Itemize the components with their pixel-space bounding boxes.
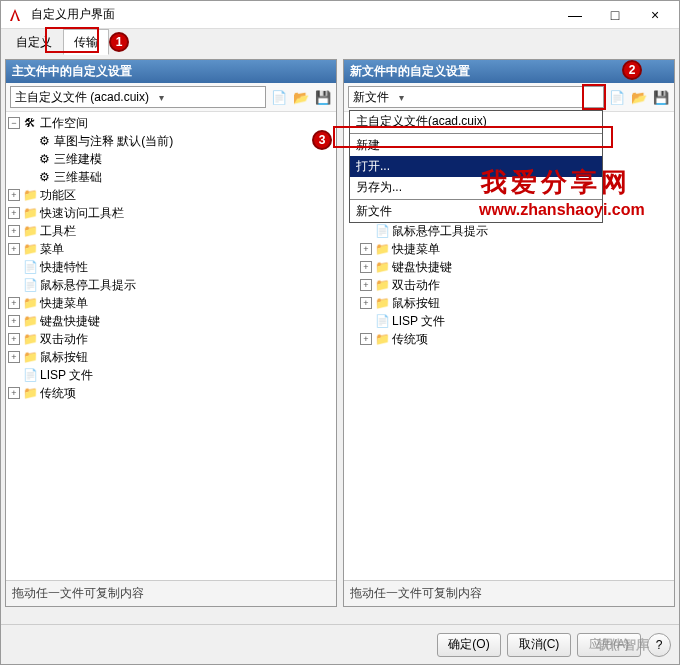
left-tree[interactable]: −🛠工作空间⚙草图与注释 默认(当前)⚙三维建模⚙三维基础+📁功能区+📁快速访问… xyxy=(6,112,336,580)
dropdown-item[interactable]: 另存为... xyxy=(350,177,602,198)
tree-node[interactable]: +📁双击动作 xyxy=(346,276,672,294)
tree-node[interactable]: +📁双击动作 xyxy=(8,330,334,348)
dropdown-item[interactable]: 新建 xyxy=(350,133,602,156)
node-label: 传统项 xyxy=(40,385,76,402)
collapse-icon[interactable]: − xyxy=(8,117,20,129)
cancel-button[interactable]: 取消(C) xyxy=(507,633,571,657)
tree-node[interactable]: 📄鼠标悬停工具提示 xyxy=(346,222,672,240)
node-label: 草图与注释 默认(当前) xyxy=(54,133,173,150)
node-icon: 📁 xyxy=(22,187,38,203)
node-icon: ⚙ xyxy=(36,169,52,185)
tab-bar: 自定义 传输 1 xyxy=(1,29,679,55)
expand-icon[interactable]: + xyxy=(8,333,20,345)
tree-node[interactable]: +📁工具栏 xyxy=(8,222,334,240)
expand-icon[interactable]: + xyxy=(8,189,20,201)
tree-node[interactable]: +📁快速访问工具栏 xyxy=(8,204,334,222)
app-icon xyxy=(5,5,25,25)
combo-dropdown[interactable]: 主自定义文件(acad.cuix)新建打开...另存为...新文件 xyxy=(349,110,603,223)
node-icon: 📁 xyxy=(22,205,38,221)
node-icon: 📁 xyxy=(22,223,38,239)
bottom-bar: 确定(O) 取消(C) 应用(A) ? xyxy=(1,624,679,664)
annotation-marker-2: 2 xyxy=(622,60,642,80)
node-icon: 🛠 xyxy=(22,115,38,131)
node-icon: 📁 xyxy=(22,349,38,365)
expand-icon[interactable]: + xyxy=(8,225,20,237)
tree-node[interactable]: +📁传统项 xyxy=(346,330,672,348)
tree-node[interactable]: +📁传统项 xyxy=(8,384,334,402)
left-file-combo[interactable]: 主自定义文件 (acad.cuix) ▾ xyxy=(10,86,266,108)
node-label: 双击动作 xyxy=(392,277,440,294)
left-panel: 主文件中的自定义设置 主自定义文件 (acad.cuix) ▾ 📄 📂 💾 −🛠… xyxy=(5,59,337,607)
annotation-marker-1: 1 xyxy=(109,32,129,52)
node-icon: 📁 xyxy=(374,277,390,293)
maximize-button[interactable]: □ xyxy=(595,1,635,29)
right-panel-title: 新文件中的自定义设置 xyxy=(350,64,470,78)
tree-node[interactable]: +📁键盘快捷键 xyxy=(346,258,672,276)
right-footer: 拖动任一文件可复制内容 xyxy=(344,580,674,606)
new-file-icon[interactable]: 📄 xyxy=(270,88,288,106)
expand-icon[interactable]: + xyxy=(360,297,372,309)
expand-icon[interactable]: + xyxy=(8,207,20,219)
help-button[interactable]: ? xyxy=(647,633,671,657)
expand-icon[interactable]: + xyxy=(8,297,20,309)
tree-node[interactable]: 📄LISP 文件 xyxy=(346,312,672,330)
tree-node[interactable]: +📁菜单 xyxy=(8,240,334,258)
tree-node[interactable]: +📁快捷菜单 xyxy=(8,294,334,312)
node-label: 键盘快捷键 xyxy=(40,313,100,330)
new-file-icon[interactable]: 📄 xyxy=(608,88,626,106)
dropdown-item[interactable]: 主自定义文件(acad.cuix) xyxy=(350,111,602,132)
tree-node[interactable]: −🛠工作空间 xyxy=(8,114,334,132)
node-icon: 📁 xyxy=(22,385,38,401)
right-panel: 新文件中的自定义设置 2 新文件 ▾ 主自定义文件(acad.cuix)新建打开… xyxy=(343,59,675,607)
node-icon: 📄 xyxy=(374,223,390,239)
expand-icon[interactable]: + xyxy=(360,243,372,255)
left-combo-value: 主自定义文件 (acad.cuix) xyxy=(15,89,149,106)
node-icon: 📁 xyxy=(22,241,38,257)
close-button[interactable]: × xyxy=(635,1,675,29)
annotation-box-2 xyxy=(582,84,606,110)
dropdown-item[interactable]: 新文件 xyxy=(350,199,602,222)
tree-node[interactable]: 📄鼠标悬停工具提示 xyxy=(8,276,334,294)
tree-node[interactable]: +📁快捷菜单 xyxy=(346,240,672,258)
tree-node[interactable]: ⚙草图与注释 默认(当前) xyxy=(8,132,334,150)
node-label: 鼠标按钮 xyxy=(40,349,88,366)
dropdown-item[interactable]: 打开... xyxy=(350,156,602,177)
tree-node[interactable]: ⚙三维基础 xyxy=(8,168,334,186)
right-combo-value: 新文件 xyxy=(353,89,389,106)
save-icon[interactable]: 💾 xyxy=(652,88,670,106)
ok-button[interactable]: 确定(O) xyxy=(437,633,501,657)
panels-container: 主文件中的自定义设置 主自定义文件 (acad.cuix) ▾ 📄 📂 💾 −🛠… xyxy=(1,55,679,611)
node-icon: 📁 xyxy=(22,313,38,329)
chevron-down-icon[interactable]: ▾ xyxy=(153,87,169,107)
right-file-combo[interactable]: 新文件 ▾ 主自定义文件(acad.cuix)新建打开...另存为...新文件 xyxy=(348,86,604,108)
node-label: 快捷菜单 xyxy=(40,295,88,312)
expand-icon[interactable]: + xyxy=(360,279,372,291)
node-label: 三维基础 xyxy=(54,169,102,186)
tree-node[interactable]: +📁鼠标按钮 xyxy=(346,294,672,312)
expand-icon[interactable]: + xyxy=(360,333,372,345)
node-icon: 📁 xyxy=(374,295,390,311)
expand-icon[interactable]: + xyxy=(8,351,20,363)
save-icon[interactable]: 💾 xyxy=(314,88,332,106)
tree-node[interactable]: +📁鼠标按钮 xyxy=(8,348,334,366)
node-label: 三维建模 xyxy=(54,151,102,168)
node-icon: 📁 xyxy=(374,259,390,275)
tree-node[interactable]: ⚙三维建模 xyxy=(8,150,334,168)
node-label: 快捷特性 xyxy=(40,259,88,276)
tree-node[interactable]: 📄快捷特性 xyxy=(8,258,334,276)
node-icon: 📁 xyxy=(22,295,38,311)
minimize-button[interactable]: — xyxy=(555,1,595,29)
node-icon: ⚙ xyxy=(36,151,52,167)
open-folder-icon[interactable]: 📂 xyxy=(630,88,648,106)
tree-node[interactable]: 📄LISP 文件 xyxy=(8,366,334,384)
tab-custom[interactable]: 自定义 xyxy=(5,29,63,55)
expand-icon[interactable]: + xyxy=(8,315,20,327)
tab-transfer[interactable]: 传输 xyxy=(63,29,109,55)
expand-icon[interactable]: + xyxy=(360,261,372,273)
open-folder-icon[interactable]: 📂 xyxy=(292,88,310,106)
tree-node[interactable]: +📁功能区 xyxy=(8,186,334,204)
tree-node[interactable]: +📁键盘快捷键 xyxy=(8,312,334,330)
expand-icon[interactable]: + xyxy=(8,387,20,399)
chevron-down-icon[interactable]: ▾ xyxy=(393,87,409,107)
expand-icon[interactable]: + xyxy=(8,243,20,255)
